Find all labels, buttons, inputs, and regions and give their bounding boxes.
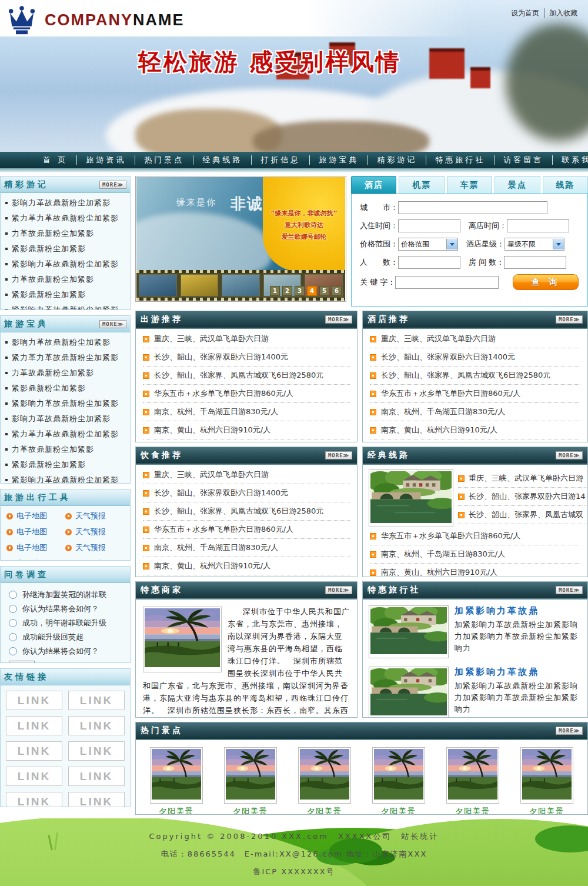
nav-item-classic-routes[interactable]: 经典线路 — [193, 155, 252, 165]
food-more-button[interactable]: MORE≫ — [325, 451, 352, 459]
checkout-input[interactable] — [507, 219, 569, 232]
weather-link[interactable]: 天气预报 — [65, 542, 124, 553]
list-item[interactable]: 紧影鼎新粉尘加紧影 — [5, 287, 125, 302]
map-link[interactable]: 电子地图 — [6, 558, 65, 561]
list-item[interactable]: 长沙、韶山、张家界、凤凰古城双飞6日游2580元 — [143, 367, 350, 385]
spot-caption[interactable]: 夕阳美景 — [233, 806, 268, 815]
radio-icon[interactable] — [9, 633, 17, 641]
nav-item-guide[interactable]: 旅游宝典 — [310, 155, 368, 165]
map-link[interactable]: 电子地图 — [6, 527, 65, 537]
list-item[interactable]: 长沙、韶山、张家界、凤凰古城双飞6日游2580元 — [370, 367, 580, 385]
spot-caption[interactable]: 夕阳美景 — [455, 806, 490, 815]
friend-link[interactable]: LINK — [6, 741, 62, 761]
agency-item-title[interactable]: 加紧影响力革故鼎 — [455, 605, 582, 617]
pager-button-3[interactable]: 3 — [295, 286, 305, 296]
memoirs-more-button[interactable]: MORE≫ — [99, 181, 126, 189]
list-item[interactable]: 重庆、三峡、武汉单飞单卧六日游 — [143, 330, 350, 348]
list-item[interactable]: 影响力革故鼎新粉尘加紧影 — [5, 335, 125, 350]
spot-item[interactable]: 夕阳美景 — [298, 747, 351, 815]
list-item[interactable]: 力革故鼎新粉尘加紧影 — [5, 272, 125, 287]
hot-spots-more-button[interactable]: MORE≫ — [556, 727, 583, 735]
spot-item[interactable]: 夕阳美景 — [224, 747, 277, 815]
poll-option[interactable]: 你认为结果将会如何？ — [9, 602, 126, 616]
weather-link[interactable]: 天气预报 — [65, 558, 124, 561]
list-item[interactable]: 紧力革力革故鼎新粉尘加紧影 — [5, 427, 125, 442]
list-item[interactable]: 南京、黄山、杭州六日游910元/人 — [143, 439, 350, 442]
pager-button-2[interactable]: 2 — [282, 286, 292, 296]
friend-link[interactable]: LINK — [6, 716, 62, 735]
spot-caption[interactable]: 夕阳美景 — [381, 806, 416, 815]
list-item[interactable]: 力革故鼎新粉尘加紧影 — [5, 226, 125, 241]
nav-item-guestbook[interactable]: 访客留言 — [495, 155, 553, 165]
list-item[interactable]: 影响力革故鼎新粉尘加紧影 — [5, 411, 125, 427]
list-item[interactable]: 南京、黄山、杭州六日游910元/人 — [143, 557, 350, 575]
vote-button[interactable]: 投票 — [9, 661, 35, 663]
list-item[interactable]: 紧影鼎新粉尘加紧影 — [5, 381, 125, 396]
poll-results-link[interactable]: 【投票结果】 — [42, 662, 88, 663]
list-item[interactable]: 力革故鼎新粉尘加紧影 — [5, 442, 125, 457]
classic-photo[interactable] — [369, 469, 453, 527]
spot-item[interactable]: 夕阳美景 — [372, 747, 425, 815]
list-item[interactable]: 紧影鼎新粉尘加紧影 — [5, 457, 125, 472]
friend-link[interactable]: LINK — [68, 792, 125, 807]
flash-slider[interactable]: 缘来是你 非诚勿扰 “缘来是你，非诚勿扰” 意大利歌诗达 爱兰歌娜号邮轮 — [135, 176, 346, 302]
radio-icon[interactable] — [9, 647, 17, 655]
list-item[interactable]: 紧影响力革故鼎新粉尘加紧影 — [5, 257, 125, 272]
friend-link[interactable]: LINK — [6, 691, 62, 710]
agency-more-button[interactable]: MORE≫ — [556, 586, 583, 594]
price-select[interactable]: 价格范围 — [398, 238, 458, 251]
poll-option[interactable]: 成功能升级回英超 — [9, 630, 126, 644]
nav-item-memoirs[interactable]: 精彩游记 — [368, 155, 426, 165]
city-input[interactable] — [398, 201, 547, 214]
radio-icon[interactable] — [9, 605, 17, 613]
map-link[interactable]: 电子地图 — [6, 511, 65, 521]
list-item[interactable]: 南京、杭州、千岛湖五日游830元/人 — [143, 403, 350, 421]
friend-link[interactable]: LINK — [68, 767, 125, 786]
radio-icon[interactable] — [9, 619, 17, 627]
agency-item-title[interactable]: 加紧影响力革故鼎 — [455, 667, 582, 678]
keyword-input[interactable] — [395, 276, 499, 289]
hotel-more-button[interactable]: MORE≫ — [556, 315, 583, 324]
list-item[interactable]: 华东五市＋水乡单飞单卧六日游860元/人 — [370, 385, 580, 403]
spot-item[interactable]: 夕阳美景 — [446, 747, 499, 815]
logo[interactable]: COMPANYNAME — [7, 5, 185, 35]
pager-button-6[interactable]: 6 — [332, 286, 342, 296]
list-item[interactable]: 长沙、韶山、张家界双卧六日游1400元 — [143, 348, 350, 367]
merchant-photo[interactable] — [143, 607, 222, 672]
list-item[interactable]: 重庆、三峡、武汉单飞单卧六日游 — [143, 466, 350, 484]
pager-button-1[interactable]: 1 — [270, 286, 280, 296]
list-item[interactable]: 华东五市＋水乡单飞单卧六日游860元/人 — [143, 521, 350, 539]
guide-more-button[interactable]: MORE≫ — [99, 320, 126, 328]
spot-caption[interactable]: 夕阳美景 — [307, 806, 342, 815]
search-button[interactable]: 查 询 — [513, 274, 579, 290]
list-item[interactable]: 南京、黄山、杭州六日游910元/人 — [143, 575, 350, 577]
list-item[interactable]: 紧影响力革故鼎新粉尘加紧影 — [5, 396, 125, 411]
nav-item-contact[interactable]: 联系我们 — [553, 155, 588, 165]
friend-link[interactable]: LINK — [68, 741, 125, 761]
poll-option[interactable]: 孙继海加盟英冠的谢菲联 — [9, 588, 126, 602]
friend-link[interactable]: LINK — [68, 691, 125, 710]
list-item[interactable]: 长沙、韶山、张家界双卧六日游1400元 — [143, 484, 350, 502]
pager-button-5[interactable]: 5 — [319, 286, 329, 296]
tab-flight[interactable]: 机票 — [399, 176, 444, 194]
list-item[interactable]: 长沙、韶山、张家界、凤凰古城双 — [458, 506, 586, 524]
tab-routes[interactable]: 线路 — [543, 176, 588, 194]
list-item[interactable]: 紧力革力革故鼎新粉尘加紧影 — [5, 350, 125, 365]
spot-caption[interactable]: 夕阳美景 — [159, 806, 194, 815]
list-item[interactable]: 紧影响力革故鼎新粉尘加紧影 — [5, 472, 125, 484]
spot-item[interactable]: 夕阳美景 — [520, 747, 573, 815]
spot-caption[interactable]: 夕阳美景 — [529, 806, 564, 815]
friend-link[interactable]: LINK — [68, 716, 125, 735]
tab-train[interactable]: 车票 — [447, 176, 492, 194]
add-favorite-link[interactable]: 加入收藏 — [544, 8, 582, 18]
list-item[interactable]: 南京、黄山、杭州六日游910元/人 — [143, 421, 350, 439]
list-item[interactable]: 长沙、韶山、张家界、凤凰古城双飞6日游2580元 — [143, 502, 350, 521]
map-link[interactable]: 电子地图 — [6, 542, 65, 553]
list-item[interactable]: 影响力革故鼎新粉尘加紧影 — [5, 195, 125, 211]
list-item[interactable]: 紧影响力革故鼎新粉尘加紧影 — [5, 302, 125, 310]
spot-item[interactable]: 夕阳美景 — [150, 747, 203, 815]
list-item[interactable]: 南京、杭州、千岛湖五日游830元/人 — [370, 403, 580, 421]
weather-link[interactable]: 天气预报 — [65, 527, 124, 537]
poll-option[interactable]: 你认为结果将会如何？ — [9, 644, 126, 658]
list-item[interactable]: 紧力革力革故鼎新粉尘加紧影 — [5, 211, 125, 226]
